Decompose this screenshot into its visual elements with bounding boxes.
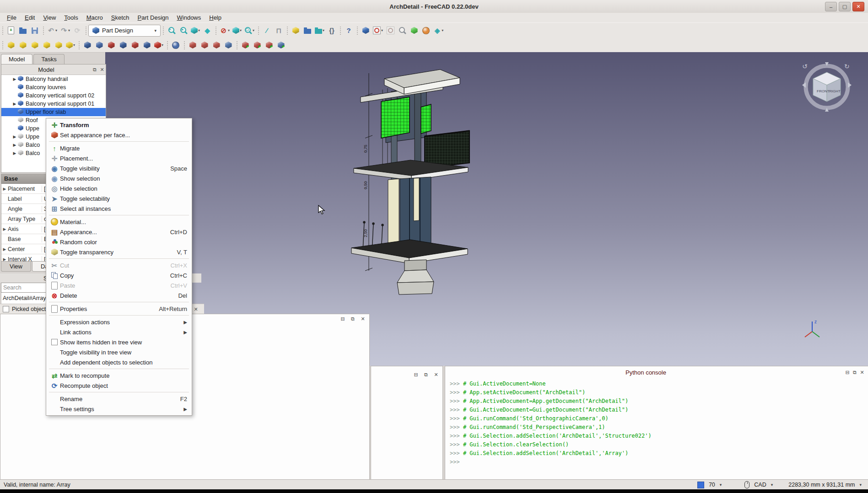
chevron-down-icon[interactable]: ▾ <box>198 28 200 32</box>
close-panel-icon[interactable]: ✕ <box>98 66 106 73</box>
groove-button[interactable] <box>105 39 117 51</box>
menu-item-transform[interactable]: ✛Transform <box>46 120 192 130</box>
chevron-down-icon[interactable]: ▾ <box>228 28 230 32</box>
menu-item-delete[interactable]: ⊗DeleteDel <box>46 290 192 300</box>
save-document-button[interactable] <box>29 25 41 37</box>
navigation-style[interactable]: CAD <box>754 482 766 488</box>
float-panel-icon[interactable]: ⧉ <box>349 315 356 322</box>
menu-sketch[interactable]: Sketch <box>107 13 134 22</box>
menu-item-expression-actions[interactable]: Expression actions▶ <box>46 317 192 327</box>
create-group-button[interactable] <box>302 25 313 37</box>
chevron-down-icon[interactable]: ▾ <box>55 28 57 32</box>
chamfer-button[interactable] <box>210 39 222 51</box>
sketcher-tools-button[interactable] <box>420 25 432 37</box>
expander-icon[interactable]: ▶ <box>11 134 18 139</box>
hole-button[interactable] <box>93 39 105 51</box>
sketch-analysis-button[interactable]: ◈▾ <box>432 25 445 37</box>
menu-item-toggle-visibility-in-tree-view[interactable]: Toggle visibility in tree view <box>46 347 192 357</box>
zoom-selection-button[interactable]: ➤ <box>178 25 189 37</box>
boolean-operation-button[interactable] <box>170 39 182 51</box>
menu-item-hide-selection[interactable]: ◎Hide selection <box>46 183 192 193</box>
expander-icon[interactable]: ▶ <box>1 187 8 191</box>
measure-tools-button[interactable]: ⊓ <box>273 25 285 37</box>
tab-model[interactable]: Model <box>1 54 32 64</box>
tree-item-upper-floor-slab[interactable]: Upper floor slab <box>1 108 106 116</box>
menu-item-migrate[interactable]: ↑Migrate <box>46 143 192 153</box>
chevron-down-icon[interactable]: ▾ <box>442 28 443 32</box>
expander-icon[interactable]: ▶ <box>11 143 18 147</box>
close-panel-icon[interactable]: ✕ <box>432 371 440 378</box>
picked-object-list-checkbox[interactable] <box>3 306 9 312</box>
tree-item-balcony-handrail[interactable]: ▶Balcony handrail <box>1 75 106 83</box>
menu-part-design[interactable]: Part Design <box>134 13 173 22</box>
minimize-button[interactable]: – <box>825 2 837 11</box>
navigation-cube[interactable]: FRONT RIGHT ↺ ↻ <box>798 59 855 115</box>
subtractive-loft-button[interactable] <box>117 39 129 51</box>
menu-item-appearance[interactable]: ▤Appearance...Ctrl+D <box>46 227 192 237</box>
dock-panel-icon[interactable]: ⊟ <box>844 369 851 376</box>
menu-item-toggle-selectability[interactable]: ➤Toggle selectability <box>46 193 192 204</box>
subtractive-primitive-button[interactable]: ▾ <box>153 39 165 51</box>
menu-item-mark-to-recompute[interactable]: ⇄Mark to recompute <box>46 370 192 380</box>
menu-item-placement[interactable]: ✛Placement... <box>46 153 192 163</box>
expander-icon[interactable]: ▶ <box>11 151 18 155</box>
axonometric-view-button[interactable]: ▾ <box>189 25 201 37</box>
subtractive-helix-button[interactable] <box>141 39 153 51</box>
subtractive-pipe-button[interactable] <box>129 39 141 51</box>
menu-item-select-all-instances[interactable]: ⊞Select all instances <box>46 204 192 214</box>
refresh-button[interactable]: ⟳ <box>71 25 83 37</box>
menu-item-toggle-transparency[interactable]: Toggle transparencyV, T <box>46 247 192 257</box>
chevron-down-icon[interactable]: ▾ <box>253 28 254 32</box>
menu-item-properties[interactable]: PropertiesAlt+Return <box>46 304 192 314</box>
expander-icon[interactable]: ▶ <box>1 247 8 252</box>
menu-file[interactable]: File <box>3 13 21 22</box>
edit-sketch-button[interactable] <box>384 25 396 37</box>
menu-item-show-selection[interactable]: ◉Show selection <box>46 173 192 183</box>
tab-view[interactable]: View <box>1 262 31 272</box>
linear-pattern-button[interactable] <box>251 39 263 51</box>
dock-panel-icon[interactable]: ⊟ <box>339 315 346 322</box>
make-link-button[interactable]: ▾ <box>313 25 326 37</box>
additive-helix-button[interactable] <box>53 39 65 51</box>
expressions-button[interactable]: {} <box>326 25 338 37</box>
expander-icon[interactable]: ▶ <box>1 227 8 231</box>
create-part-button[interactable] <box>290 25 302 37</box>
tab-tasks[interactable]: Tasks <box>33 54 64 64</box>
chevron-down-icon[interactable]: ▾ <box>720 482 722 487</box>
measure-distance-button[interactable]: ∕ <box>261 25 273 37</box>
tree-item-balcony-vertical-support-01[interactable]: ▶Balcony vertical support 01 <box>1 100 106 108</box>
tree-item-balcony-louvres[interactable]: Balcony louvres <box>1 83 106 91</box>
float-panel-icon[interactable]: ⧉ <box>91 66 98 73</box>
menu-tools[interactable]: Tools <box>60 13 82 22</box>
menu-edit[interactable]: Edit <box>21 13 39 22</box>
level-value[interactable]: 70 <box>709 482 715 488</box>
menu-item-link-actions[interactable]: Link actions▶ <box>46 327 192 337</box>
python-console-output[interactable]: >>> # Gui.ActiveDocument=None>>> # App.s… <box>445 378 868 466</box>
draw-style-button[interactable]: ⊘▾ <box>218 25 231 37</box>
close-panel-icon[interactable]: ✕ <box>858 369 866 376</box>
menu-item-rename[interactable]: RenameF2 <box>46 394 192 404</box>
thickness-button[interactable] <box>222 39 234 51</box>
fillet-button[interactable] <box>187 39 199 51</box>
menu-item-tree-settings[interactable]: Tree settings▶ <box>46 404 192 414</box>
fit-all-button[interactable]: + <box>166 25 178 37</box>
chevron-down-icon[interactable]: ▾ <box>162 43 163 47</box>
chevron-down-icon[interactable]: ▾ <box>381 28 383 32</box>
expander-icon[interactable]: ▶ <box>11 102 18 106</box>
workbench-selector[interactable]: Part Design▾ <box>88 25 161 37</box>
polar-pattern-button[interactable] <box>263 39 275 51</box>
menu-item-toggle-visibility[interactable]: ◉Toggle visibilitySpace <box>46 163 192 173</box>
additive-pipe-button[interactable] <box>41 39 53 51</box>
checkbox-icon[interactable] <box>51 339 58 345</box>
menu-macro[interactable]: Macro <box>82 13 107 22</box>
menu-item-random-color[interactable]: Random color <box>46 237 192 247</box>
clipping-box-button[interactable]: ▾ <box>231 25 243 37</box>
menu-item-show-items-hidden-in-tree-view[interactable]: Show items hidden in tree view <box>46 337 192 347</box>
menu-item-copy[interactable]: CopyCtrl+C <box>46 270 192 280</box>
float-panel-icon[interactable]: ⧉ <box>422 371 430 378</box>
new-document-button[interactable]: + <box>5 25 17 37</box>
chevron-down-icon[interactable]: ▾ <box>240 28 242 32</box>
pad-button[interactable] <box>5 39 17 51</box>
expander-icon[interactable]: ▶ <box>1 257 8 262</box>
maximize-button[interactable]: ▢ <box>839 2 851 11</box>
